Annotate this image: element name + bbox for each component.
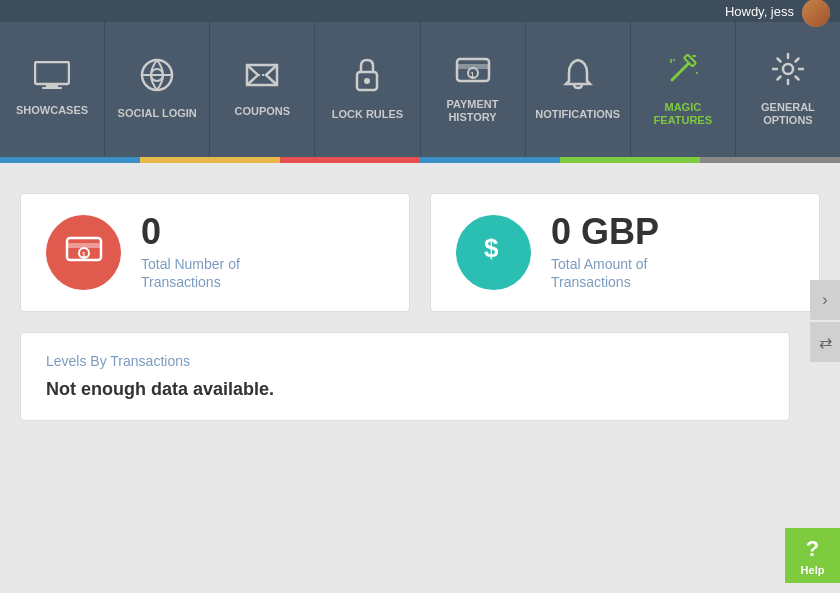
coupons-icon xyxy=(244,60,280,95)
main-content: 1 0 Total Number ofTransactions $ xyxy=(0,163,840,441)
top-bar: Howdy, jess xyxy=(0,0,840,22)
transactions-count-icon-circle: 1 xyxy=(46,215,121,290)
color-bar-blue xyxy=(0,157,140,163)
transactions-amount-text: 0 GBP Total Amount ofTransactions xyxy=(551,214,659,291)
lock-rules-icon xyxy=(353,57,381,98)
help-icon: ? xyxy=(806,536,819,562)
help-button[interactable]: ? Help xyxy=(785,528,840,583)
svg-point-8 xyxy=(364,78,370,84)
lock-rules-label: LOCK RULES xyxy=(332,108,404,121)
magic-features-icon xyxy=(666,52,700,91)
help-label: Help xyxy=(801,564,825,576)
transactions-amount-desc: Total Amount ofTransactions xyxy=(551,255,659,291)
stats-row: 1 0 Total Number ofTransactions $ xyxy=(20,193,820,312)
showcases-icon xyxy=(34,61,70,94)
transactions-amount-number: 0 GBP xyxy=(551,214,659,250)
howdy-text: Howdy, jess xyxy=(725,4,794,19)
social-login-icon xyxy=(140,58,174,97)
stat-card-transactions-amount: $ 0 GBP Total Amount ofTransactions xyxy=(430,193,820,312)
levels-by-transactions-title: Levels By Transactions xyxy=(46,353,764,369)
nav-item-coupons[interactable]: COUPONS xyxy=(210,22,315,157)
color-bar-red xyxy=(280,157,420,163)
no-data-message: Not enough data available. xyxy=(46,379,764,400)
payment-history-label: PAYMENT HISTORY xyxy=(426,98,520,124)
color-bar-blue2 xyxy=(420,157,560,163)
svg-text:$: $ xyxy=(484,233,499,263)
transactions-amount-icon: $ xyxy=(476,231,512,274)
svg-rect-0 xyxy=(35,62,69,84)
svg-text:1: 1 xyxy=(81,250,86,259)
color-bar-yellow xyxy=(140,157,280,163)
transactions-count-icon: 1 xyxy=(65,234,103,271)
svg-line-13 xyxy=(672,64,688,80)
transactions-amount-icon-circle: $ xyxy=(456,215,531,290)
payment-history-icon: 1 xyxy=(455,55,491,88)
nav-item-notifications[interactable]: NOTIFICATIONS xyxy=(526,22,631,157)
coupons-label: COUPONS xyxy=(235,105,291,118)
page-wrapper: Howdy, jess SHOWCASES xyxy=(0,0,840,593)
transactions-count-number: 0 xyxy=(141,214,240,250)
nav-item-general-options[interactable]: GENERAL OPTIONS xyxy=(736,22,840,157)
svg-rect-2 xyxy=(42,87,62,89)
svg-line-20 xyxy=(696,72,698,74)
sidebar-arrow-left[interactable]: ⇄ xyxy=(810,322,840,362)
sidebar-arrow-right[interactable]: › xyxy=(810,280,840,320)
nav-item-showcases[interactable]: SHOWCASES xyxy=(0,22,105,157)
general-options-label: GENERAL OPTIONS xyxy=(741,101,835,127)
sidebar-right: › ⇄ xyxy=(810,280,840,362)
svg-point-21 xyxy=(783,64,793,74)
bottom-section: Levels By Transactions Not enough data a… xyxy=(20,332,790,421)
nav-item-magic-features[interactable]: MAGIC FEATURES xyxy=(631,22,736,157)
social-login-label: SOCIAL LOGIN xyxy=(118,107,197,120)
magic-features-label: MAGIC FEATURES xyxy=(636,101,730,127)
nav-item-social-login[interactable]: SOCIAL LOGIN xyxy=(105,22,210,157)
notifications-label: NOTIFICATIONS xyxy=(535,108,620,121)
color-bar-green xyxy=(560,157,700,163)
nav-item-lock-rules[interactable]: LOCK RULES xyxy=(315,22,420,157)
general-options-icon xyxy=(771,52,805,91)
stat-card-transactions-count: 1 0 Total Number ofTransactions xyxy=(20,193,410,312)
svg-text:1: 1 xyxy=(470,70,475,79)
main-nav: SHOWCASES SOCIAL LOGIN xyxy=(0,22,840,157)
transactions-count-text: 0 Total Number ofTransactions xyxy=(141,214,240,291)
nav-item-payment-history[interactable]: 1 PAYMENT HISTORY xyxy=(421,22,526,157)
color-bar-gray xyxy=(700,157,840,163)
notifications-icon xyxy=(563,57,593,98)
showcases-label: SHOWCASES xyxy=(16,104,88,117)
transactions-count-desc: Total Number ofTransactions xyxy=(141,255,240,291)
color-bar xyxy=(0,157,840,163)
